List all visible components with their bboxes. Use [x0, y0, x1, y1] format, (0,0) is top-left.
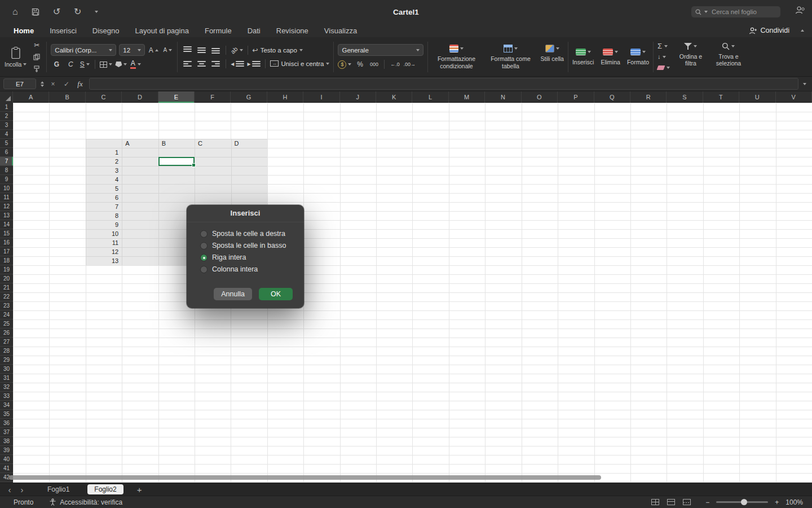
radio-icon[interactable] — [200, 254, 208, 261]
add-sheet-button[interactable]: + — [137, 485, 142, 494]
cancel-entry-button[interactable]: × — [48, 81, 58, 87]
account-icon[interactable] — [795, 6, 805, 15]
zoom-slider[interactable] — [716, 501, 768, 503]
tab-visualizza[interactable]: Visualizza — [324, 27, 357, 35]
column-header-U[interactable]: U — [739, 91, 775, 103]
row-header-10[interactable]: 10 — [0, 184, 13, 193]
delete-cells-button[interactable]: Elimina — [601, 47, 620, 65]
search-box[interactable] — [691, 6, 780, 17]
fill-color-button[interactable] — [115, 59, 127, 69]
merge-center-button[interactable]: ↔ Unisci e centra — [270, 60, 329, 67]
horizontal-scrollbar[interactable] — [9, 475, 601, 480]
sheet-tab-foglio1[interactable]: Foglio1 — [41, 484, 76, 494]
ok-button[interactable]: OK — [259, 288, 293, 300]
column-header-A[interactable]: A — [13, 91, 49, 103]
row-header-36[interactable]: 36 — [0, 419, 13, 428]
row-header-1[interactable]: 1 — [0, 103, 13, 112]
cell-C8[interactable]: 3 — [86, 166, 122, 175]
align-top-button[interactable] — [182, 45, 193, 55]
conditional-formatting-button[interactable]: Formattazione condizionale — [432, 44, 480, 69]
name-box[interactable]: E7 — [3, 78, 36, 89]
cell-styles-button[interactable]: Stili cella — [540, 44, 563, 69]
find-select-button[interactable]: Trova e seleziona — [712, 42, 745, 72]
decrease-indent-button[interactable]: ◂ — [231, 59, 244, 69]
italic-button[interactable]: C — [65, 59, 76, 69]
page-layout-view-icon[interactable] — [667, 499, 675, 505]
align-right-button[interactable] — [210, 59, 221, 69]
cell-C13[interactable]: 8 — [86, 211, 122, 220]
cell-C16[interactable]: 11 — [86, 238, 122, 247]
column-header-C[interactable]: C — [86, 91, 122, 103]
row-header-19[interactable]: 19 — [0, 265, 13, 274]
autosum-button[interactable]: Σ — [657, 42, 670, 50]
row-header-13[interactable]: 13 — [0, 211, 13, 220]
cell-C11[interactable]: 6 — [86, 193, 122, 202]
select-all-button[interactable] — [0, 91, 13, 103]
borders-button[interactable] — [100, 59, 112, 69]
cell-D5[interactable]: A — [122, 139, 158, 148]
row-header-40[interactable]: 40 — [0, 455, 13, 464]
column-header-J[interactable]: J — [340, 91, 376, 103]
radio-icon[interactable] — [200, 230, 208, 238]
radio-icon[interactable] — [200, 266, 208, 273]
row-header-22[interactable]: 22 — [0, 292, 13, 301]
insert-cells-button[interactable]: Inserisci — [572, 47, 594, 65]
row-header-38[interactable]: 38 — [0, 437, 13, 446]
font-color-button[interactable]: A — [130, 59, 141, 69]
share-button[interactable]: Condividi — [749, 27, 789, 34]
column-header-N[interactable]: N — [485, 91, 521, 103]
dialog-option-sposta-le-celle-a-destra[interactable]: Sposta le celle a destra — [200, 230, 304, 238]
sheet-tab-foglio2[interactable]: Foglio2 — [87, 484, 123, 494]
zoom-in-button[interactable]: + — [775, 498, 779, 506]
cell-C9[interactable]: 4 — [86, 175, 122, 184]
row-header-6[interactable]: 6 — [0, 148, 13, 157]
tab-dati[interactable]: Dati — [248, 27, 261, 35]
row-header-15[interactable]: 15 — [0, 229, 13, 238]
row-header-39[interactable]: 39 — [0, 446, 13, 455]
paste-button[interactable]: Incolla — [5, 46, 27, 68]
cell-C18[interactable]: 13 — [86, 256, 122, 265]
row-header-41[interactable]: 41 — [0, 464, 13, 473]
row-header-25[interactable]: 25 — [0, 319, 13, 329]
align-center-button[interactable] — [196, 59, 207, 69]
row-header-28[interactable]: 28 — [0, 347, 13, 356]
column-header-K[interactable]: K — [376, 91, 412, 103]
cell-C14[interactable]: 9 — [86, 220, 122, 229]
zoom-out-button[interactable]: − — [705, 498, 709, 506]
format-painter-button[interactable] — [31, 64, 42, 74]
row-header-11[interactable]: 11 — [0, 193, 13, 202]
cut-button[interactable]: ✂ — [31, 40, 42, 50]
insert-function-button[interactable]: fx — [76, 80, 85, 87]
row-header-35[interactable]: 35 — [0, 410, 13, 419]
dialog-option-riga-intera[interactable]: Riga intera — [200, 253, 304, 261]
row-header-8[interactable]: 8 — [0, 166, 13, 175]
cell-C7[interactable]: 2 — [86, 157, 122, 166]
tab-revisione[interactable]: Revisione — [276, 27, 308, 35]
column-header-H[interactable]: H — [267, 91, 303, 103]
currency-format-button[interactable]: $ — [338, 59, 351, 69]
expand-formula-bar-icon[interactable] — [803, 83, 806, 85]
tab-home[interactable]: Home — [14, 27, 34, 35]
cell-C12[interactable]: 7 — [86, 202, 122, 211]
row-header-37[interactable]: 37 — [0, 428, 13, 437]
percent-format-button[interactable]: % — [354, 59, 365, 69]
zoom-level[interactable]: 100% — [785, 498, 803, 506]
column-header-R[interactable]: R — [630, 91, 667, 103]
customize-toolbar-button[interactable] — [95, 11, 98, 13]
wrap-text-button[interactable]: ↩ Testo a capo — [253, 47, 303, 54]
tab-formule[interactable]: Formule — [205, 27, 232, 35]
normal-view-icon[interactable] — [651, 499, 659, 505]
home-icon[interactable]: ⌂ — [12, 7, 18, 16]
number-format-select[interactable]: Generale — [338, 44, 423, 56]
name-box-stepper[interactable] — [41, 81, 44, 87]
save-button[interactable] — [32, 8, 39, 16]
column-header-P[interactable]: P — [558, 91, 594, 103]
row-header-18[interactable]: 18 — [0, 256, 13, 265]
row-header-12[interactable]: 12 — [0, 202, 13, 211]
row-header-26[interactable]: 26 — [0, 329, 13, 338]
row-header-29[interactable]: 29 — [0, 356, 13, 365]
sheet-grid[interactable]: ABCD12345678910111213 123456789101112131… — [0, 103, 812, 483]
underline-button[interactable]: S — [79, 59, 90, 69]
clear-button[interactable] — [657, 63, 670, 72]
radio-icon[interactable] — [200, 242, 208, 249]
